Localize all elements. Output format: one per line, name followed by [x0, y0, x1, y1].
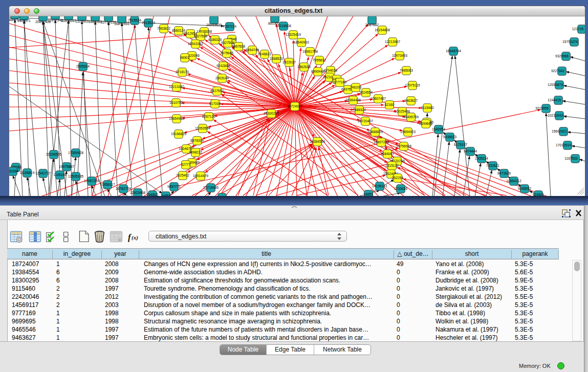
svg-text:12213967: 12213967 — [385, 40, 400, 43]
svg-text:9474444: 9474444 — [464, 149, 477, 153]
svg-text:1244415: 1244415 — [548, 98, 561, 102]
svg-text:9242848: 9242848 — [216, 64, 230, 68]
svg-text:10973493: 10973493 — [392, 54, 407, 57]
svg-text:17010514: 17010514 — [556, 143, 571, 147]
svg-text:12505185: 12505185 — [68, 174, 83, 178]
svg-text:1640954: 1640954 — [432, 127, 445, 131]
svg-text:9329966: 9329966 — [555, 54, 569, 58]
svg-text:6794028: 6794028 — [324, 69, 337, 72]
svg-text:15720407: 15720407 — [358, 119, 373, 123]
svg-text:10688609: 10688609 — [367, 130, 383, 134]
svg-text:8427552: 8427552 — [210, 89, 224, 93]
svg-text:16914479: 16914479 — [193, 174, 208, 178]
svg-text:2718170: 2718170 — [176, 70, 189, 74]
svg-text:16543362: 16543362 — [188, 42, 203, 46]
svg-text:16154808: 16154808 — [375, 28, 390, 32]
svg-text:9777169: 9777169 — [333, 80, 346, 84]
svg-text:62160: 62160 — [385, 103, 395, 106]
svg-text:34953: 34953 — [161, 194, 171, 196]
svg-text:5938923: 5938923 — [443, 135, 456, 139]
svg-text:9457771: 9457771 — [167, 185, 181, 188]
svg-text:15718485: 15718485 — [203, 186, 219, 189]
svg-text:19756928: 19756928 — [396, 144, 411, 148]
svg-text:19654923: 19654923 — [400, 130, 416, 134]
svg-text:294502: 294502 — [147, 193, 159, 196]
svg-text:16033809: 16033809 — [206, 23, 222, 27]
svg-text:1615132: 1615132 — [385, 164, 399, 167]
svg-text:16495759: 16495759 — [403, 115, 419, 119]
svg-text:16651: 16651 — [364, 192, 374, 196]
svg-text:20364436: 20364436 — [345, 98, 361, 102]
svg-text:18724007: 18724007 — [287, 104, 302, 108]
svg-text:7515524: 7515524 — [128, 18, 141, 22]
svg-text:8699695: 8699695 — [419, 122, 432, 125]
svg-text:7485063: 7485063 — [400, 69, 413, 72]
svg-text:19384554: 19384554 — [310, 140, 325, 143]
svg-text:3215955: 3215955 — [535, 106, 549, 110]
svg-text:7357224: 7357224 — [223, 25, 236, 28]
svg-text:3624554: 3624554 — [359, 91, 373, 94]
svg-text:7963822: 7963822 — [157, 27, 170, 30]
svg-text:7625402: 7625402 — [176, 173, 189, 177]
svg-text:18807249: 18807249 — [374, 140, 389, 144]
svg-text:9327508: 9327508 — [221, 41, 234, 45]
svg-text:98174: 98174 — [217, 195, 227, 196]
svg-text:20206535: 20206535 — [46, 152, 61, 156]
svg-text:10653267: 10653267 — [61, 19, 76, 23]
svg-text:10654112: 10654112 — [506, 179, 521, 183]
svg-text:12923468: 12923468 — [130, 191, 145, 194]
svg-text:98901: 98901 — [180, 56, 190, 59]
svg-text:19975887: 19975887 — [59, 165, 74, 168]
svg-text:8186328: 8186328 — [208, 38, 222, 41]
svg-text:10607487: 10607487 — [371, 97, 386, 100]
svg-text:19654985: 19654985 — [169, 117, 184, 120]
svg-text:1167533: 1167533 — [564, 157, 578, 160]
svg-text:2867608: 2867608 — [232, 45, 245, 48]
svg-text:13325419: 13325419 — [286, 33, 301, 36]
svg-text:9084067: 9084067 — [381, 152, 394, 156]
svg-text:17975115: 17975115 — [405, 83, 420, 87]
svg-text:746206: 746206 — [350, 85, 362, 89]
svg-text:3498222: 3498222 — [189, 150, 202, 154]
svg-text:121725: 121725 — [572, 27, 584, 31]
svg-text:2905334: 2905334 — [76, 64, 90, 68]
svg-text:1527602: 1527602 — [75, 19, 89, 23]
svg-text:16782759: 16782759 — [116, 187, 131, 190]
svg-text:9463627: 9463627 — [404, 99, 418, 102]
svg-text:252254: 252254 — [392, 176, 404, 180]
svg-text:2935114: 2935114 — [475, 157, 488, 160]
svg-text:25300215: 25300215 — [264, 112, 279, 115]
svg-text:9146821: 9146821 — [258, 52, 271, 56]
svg-text:32777: 32777 — [181, 163, 191, 166]
svg-text:7886322: 7886322 — [353, 108, 366, 112]
svg-text:11353594: 11353594 — [195, 126, 210, 130]
svg-text:8878334: 8878334 — [190, 139, 204, 142]
svg-text:12942737: 12942737 — [35, 171, 51, 175]
svg-text:19218506: 19218506 — [276, 24, 291, 28]
svg-text:10025488: 10025488 — [395, 110, 410, 113]
svg-text:1588520: 1588520 — [270, 57, 283, 60]
svg-text:7955812: 7955812 — [313, 58, 326, 62]
svg-text:6466160: 6466160 — [89, 20, 102, 24]
svg-text:9245052: 9245052 — [518, 187, 531, 190]
svg-text:1405571: 1405571 — [17, 19, 31, 23]
svg-text:7515524: 7515524 — [142, 21, 155, 25]
svg-text:8454749: 8454749 — [246, 48, 259, 52]
svg-text:(x): (x) — [132, 234, 138, 241]
svg-text:6179197: 6179197 — [454, 143, 467, 146]
svg-text:2087682: 2087682 — [365, 23, 379, 27]
svg-text:3675685: 3675685 — [220, 51, 233, 55]
svg-text:10958117: 10958117 — [100, 183, 115, 186]
svg-text:15751074: 15751074 — [562, 40, 578, 43]
svg-text:17957255: 17957255 — [84, 179, 99, 183]
svg-text:12213382: 12213382 — [169, 85, 184, 89]
svg-text:8990448: 8990448 — [311, 70, 324, 73]
svg-text:14136141: 14136141 — [372, 184, 387, 188]
svg-text:19166825: 19166825 — [171, 132, 186, 136]
svg-text:10210043: 10210043 — [548, 114, 563, 117]
svg-text:331594: 331594 — [9, 169, 18, 173]
svg-text:917004: 917004 — [209, 102, 221, 105]
svg-text:8471626: 8471626 — [497, 171, 511, 175]
svg-text:18640910: 18640910 — [294, 40, 309, 44]
svg-text:9227342: 9227342 — [551, 69, 564, 73]
